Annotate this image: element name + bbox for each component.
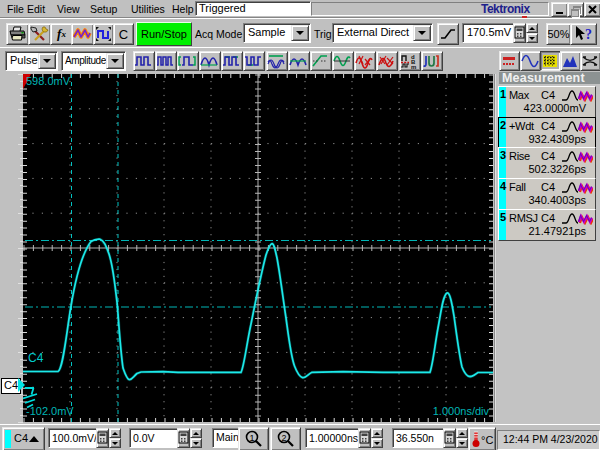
- svg-text:1: 1: [250, 433, 255, 443]
- svg-text:°C: °C: [481, 434, 493, 446]
- svg-text:m: m: [411, 64, 416, 69]
- svg-text:2: 2: [282, 433, 287, 443]
- svg-text:?: ?: [585, 27, 592, 42]
